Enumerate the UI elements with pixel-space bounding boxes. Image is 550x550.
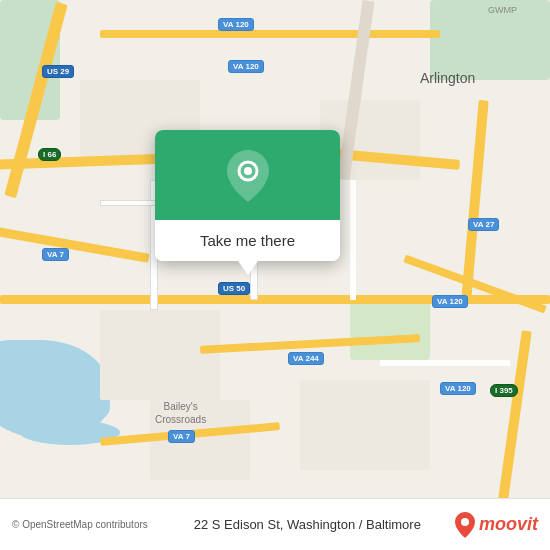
- copyright-text: © OpenStreetMap contributors: [12, 519, 160, 530]
- location-pin-icon: [227, 150, 269, 202]
- popup-green-area: [155, 130, 340, 220]
- svg-point-2: [461, 518, 469, 526]
- residential-3: [100, 310, 220, 400]
- svg-point-1: [244, 167, 252, 175]
- badge-va120-top: VA 120: [218, 18, 254, 31]
- address-text: 22 S Edison St, Washington / Baltimore: [160, 517, 455, 532]
- park-area-3: [350, 300, 430, 360]
- badge-va120-right: VA 120: [432, 295, 468, 308]
- moovit-logo: moovit: [455, 512, 538, 538]
- popup-tail: [238, 261, 258, 275]
- badge-va27: VA 27: [468, 218, 499, 231]
- moovit-brand-text: moovit: [479, 514, 538, 535]
- badge-va7-bot: VA 7: [168, 430, 195, 443]
- road-va120-top: [100, 30, 440, 38]
- residential-4: [300, 380, 430, 470]
- badge-us50: US 50: [218, 282, 250, 295]
- bottom-bar: © OpenStreetMap contributors 22 S Edison…: [0, 498, 550, 550]
- road-local-4: [350, 180, 356, 300]
- badge-i395: I 395: [490, 384, 518, 397]
- location-popup: Take me there: [155, 130, 340, 261]
- badge-va120-mid: VA 120: [228, 60, 264, 73]
- moovit-pin-icon: [455, 512, 475, 538]
- badge-i66: I 66: [38, 148, 61, 161]
- road-local-5: [380, 360, 510, 366]
- badge-va7-left: VA 7: [42, 248, 69, 261]
- badge-va120-br: VA 120: [440, 382, 476, 395]
- park-area-1: [430, 0, 550, 80]
- map-container: Arlington Bailey'sCrossroads VA 120 US 2…: [0, 0, 550, 550]
- badge-us29: US 29: [42, 65, 74, 78]
- take-me-there-button[interactable]: Take me there: [155, 220, 340, 261]
- badge-va244: VA 244: [288, 352, 324, 365]
